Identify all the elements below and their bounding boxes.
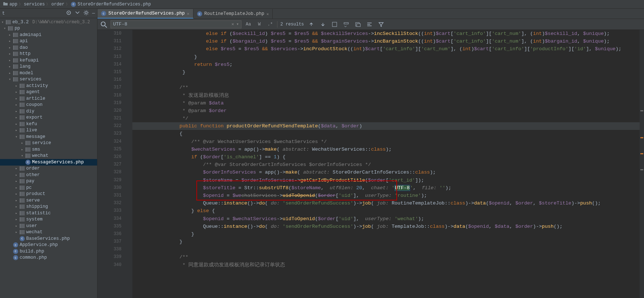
dir-item[interactable]: ▸lang bbox=[0, 64, 97, 70]
code-line[interactable]: $openid = $wechatServices->uidToOpenid($… bbox=[132, 215, 640, 223]
dir-item[interactable]: ▸user bbox=[0, 223, 97, 229]
expand-arrow-icon[interactable]: ▸ bbox=[15, 217, 18, 222]
expand-arrow-icon[interactable]: ▾ bbox=[3, 26, 7, 31]
close-icon[interactable]: ✕ bbox=[187, 11, 189, 16]
expand-arrow-icon[interactable]: ▾ bbox=[1, 20, 4, 24]
dir-item[interactable]: ▾wechat bbox=[0, 153, 97, 159]
file-item[interactable]: CMessageServices.php bbox=[0, 159, 97, 166]
expand-arrow-icon[interactable]: ▸ bbox=[8, 58, 12, 63]
expand-arrow-icon[interactable]: ▸ bbox=[8, 45, 12, 50]
history-icon[interactable]: ▾ bbox=[236, 21, 239, 27]
expand-arrow-icon[interactable]: ▸ bbox=[15, 224, 18, 228]
expand-arrow-icon[interactable]: ▸ bbox=[8, 64, 12, 69]
expand-arrow-icon[interactable]: ▸ bbox=[15, 90, 18, 94]
code-line[interactable] bbox=[132, 246, 640, 253]
file-item[interactable]: CAppService.php bbox=[0, 242, 97, 249]
gear-icon[interactable] bbox=[83, 10, 89, 17]
dir-item[interactable]: ▸api bbox=[0, 38, 97, 45]
expand-arrow-icon[interactable]: ▸ bbox=[8, 71, 12, 75]
locate-icon[interactable] bbox=[66, 10, 72, 17]
expand-arrow-icon[interactable]: ▸ bbox=[15, 122, 18, 126]
expand-arrow-icon[interactable]: ▸ bbox=[8, 52, 12, 56]
code-line[interactable]: $wechatServices = app()->make( abstract:… bbox=[132, 146, 640, 153]
project-root[interactable]: ▾eb_3.2D:\WWW\crmeb\crmeb_3.2 bbox=[0, 19, 97, 25]
dir-item[interactable]: ▸other bbox=[0, 172, 97, 178]
expand-arrow-icon[interactable]: ▸ bbox=[15, 211, 18, 215]
search-icon[interactable] bbox=[100, 20, 108, 28]
expand-arrow-icon[interactable]: ▾ bbox=[8, 77, 12, 82]
match-case-toggle[interactable]: Aa bbox=[244, 20, 252, 28]
code-line[interactable]: */ bbox=[132, 115, 640, 122]
expand-arrow-icon[interactable]: ▸ bbox=[15, 173, 18, 177]
regex-toggle[interactable]: .* bbox=[266, 20, 274, 28]
code-line[interactable]: * 同意退款成功发送模板消息和记录订单状态 bbox=[132, 261, 640, 269]
expand-arrow-icon[interactable]: ▸ bbox=[15, 186, 18, 190]
expand-arrow-icon[interactable]: ▸ bbox=[8, 33, 12, 37]
editor-tab[interactable]: C RoutineTemplateJob.php ✕ bbox=[193, 9, 273, 19]
dir-item[interactable]: ▸activity bbox=[0, 83, 97, 89]
dir-item[interactable]: ▸article bbox=[0, 95, 97, 102]
code-line[interactable]: public function productOrderRefundYSendT… bbox=[132, 122, 640, 130]
code-line[interactable]: } bbox=[132, 238, 640, 246]
breadcrumb-item[interactable]: app bbox=[9, 2, 17, 7]
code-line[interactable]: else $res5 = $res5 && $services->incProd… bbox=[132, 45, 640, 53]
open-in-find-window-icon[interactable] bbox=[353, 20, 362, 28]
code-line[interactable]: * @param $data bbox=[132, 99, 640, 107]
breadcrumb-file[interactable]: StoreOrderRefundServices.php bbox=[77, 2, 151, 7]
dir-item[interactable]: ▸adminapi bbox=[0, 32, 97, 38]
hide-icon[interactable]: — bbox=[92, 11, 95, 16]
breadcrumb-item[interactable]: order bbox=[51, 2, 64, 7]
code-line[interactable]: return $res5; bbox=[132, 61, 640, 68]
expand-arrow-icon[interactable]: ▸ bbox=[15, 109, 18, 114]
code-editor[interactable]: 3103113123133143153163173183193203213223… bbox=[97, 30, 644, 298]
code-line[interactable]: /** bbox=[132, 84, 640, 91]
dir-item[interactable]: ▸live bbox=[0, 127, 97, 134]
code-line[interactable]: /** @var WechatUserServices $wechatServi… bbox=[132, 138, 640, 146]
code-line[interactable]: $storeTitle = Str::substrUTf8($storeName… bbox=[132, 184, 640, 192]
dir-item[interactable]: ▸coupon bbox=[0, 102, 97, 108]
dir-item[interactable]: ▾pp bbox=[0, 25, 97, 32]
dir-item[interactable]: ▸order bbox=[0, 166, 97, 172]
expand-arrow-icon[interactable]: ▸ bbox=[20, 147, 24, 152]
dir-item[interactable]: ▸http bbox=[0, 51, 97, 57]
dir-item[interactable]: ▸export bbox=[0, 115, 97, 121]
filter-icon[interactable] bbox=[377, 20, 385, 28]
code-line[interactable]: Queue::instance()->do( do: 'sendOrderRef… bbox=[132, 199, 640, 207]
expand-arrow-icon[interactable]: ▸ bbox=[15, 115, 18, 120]
dir-item[interactable]: ▸product bbox=[0, 191, 97, 198]
expand-arrow-icon[interactable]: ▸ bbox=[8, 39, 12, 43]
expand-all-icon[interactable] bbox=[75, 10, 80, 17]
clear-icon[interactable]: ✕ bbox=[232, 21, 234, 27]
code-line[interactable]: } bbox=[132, 53, 640, 61]
file-item[interactable]: Ccommon.php bbox=[0, 255, 97, 261]
expand-arrow-icon[interactable]: ▸ bbox=[15, 103, 18, 107]
code-line[interactable]: $openid = $wechatServices->uidToOpenid($… bbox=[132, 192, 640, 199]
close-icon[interactable]: ✕ bbox=[267, 12, 269, 16]
dir-item[interactable]: ▸diy bbox=[0, 108, 97, 115]
dir-item[interactable]: ▸agent bbox=[0, 89, 97, 96]
code-line[interactable]: } else { bbox=[132, 207, 640, 215]
expand-arrow-icon[interactable]: ▸ bbox=[15, 96, 18, 101]
select-all-icon[interactable] bbox=[330, 20, 339, 28]
expand-arrow-icon[interactable]: ▸ bbox=[15, 179, 18, 183]
dir-item[interactable]: ▸kefuapi bbox=[0, 57, 97, 64]
code-line[interactable]: /** @var StoreOrderCartInfoServices $ord… bbox=[132, 161, 640, 168]
editor-tab[interactable]: C StoreOrderRefundServices.php ✕ bbox=[97, 9, 193, 19]
prev-match-icon[interactable] bbox=[307, 20, 316, 28]
code-line[interactable]: /** bbox=[132, 253, 640, 261]
code-line[interactable]: } bbox=[132, 230, 640, 238]
next-match-icon[interactable] bbox=[319, 20, 327, 28]
code-line[interactable]: $orderInfoServices = app()->make( abstra… bbox=[132, 168, 640, 176]
dir-item[interactable]: ▸dao bbox=[0, 44, 97, 51]
settings-toggle-icon[interactable] bbox=[365, 20, 374, 28]
expand-arrow-icon[interactable]: ▸ bbox=[15, 198, 18, 203]
dir-item[interactable]: ▾services bbox=[0, 76, 97, 83]
expand-arrow-icon[interactable]: ▾ bbox=[15, 135, 18, 139]
breadcrumb-item[interactable]: services bbox=[24, 2, 45, 7]
words-toggle[interactable]: W bbox=[255, 20, 263, 28]
expand-arrow-icon[interactable]: ▸ bbox=[15, 166, 18, 171]
fold-gutter[interactable] bbox=[125, 30, 132, 298]
dir-item[interactable]: ▸service bbox=[0, 140, 97, 147]
expand-arrow-icon[interactable]: ▸ bbox=[20, 141, 24, 145]
dir-item[interactable]: ▸pay bbox=[0, 178, 97, 185]
